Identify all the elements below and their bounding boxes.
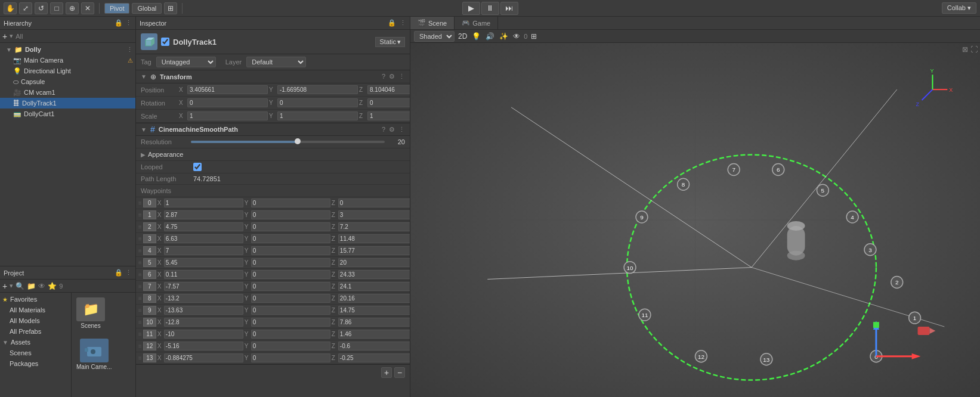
hierarchy-item-dollytrack[interactable]: 🛤 DollyTrack1 [0, 98, 135, 108]
waypoint-x-input-7[interactable] [164, 282, 243, 291]
waypoint-y-input-0[interactable] [251, 199, 330, 207]
resolution-slider[interactable] [191, 141, 385, 143]
project-folder-icon[interactable]: 📁 [27, 282, 36, 290]
more-icon[interactable]: ⋮ [125, 19, 132, 27]
tag-select[interactable]: Untagged [156, 57, 216, 67]
add-waypoint-button[interactable]: + [381, 367, 392, 378]
scene-view[interactable]: 0 1 2 3 4 5 6 [410, 43, 980, 397]
waypoint-z-input-0[interactable] [338, 199, 410, 207]
static-button[interactable]: Static ▾ [375, 37, 405, 47]
waypoint-y-input-5[interactable] [251, 258, 330, 267]
toolbar-rect-btn[interactable]: ⊕ [66, 2, 79, 14]
waypoint-x-input-1[interactable] [164, 210, 243, 219]
global-button[interactable]: Global [132, 3, 162, 14]
main-camera-asset[interactable]: Main Came... [76, 339, 112, 370]
waypoint-z-input-8[interactable] [338, 294, 410, 303]
scale-y-input[interactable] [277, 111, 358, 120]
scale-z-input[interactable] [367, 111, 410, 120]
waypoint-x-input-11[interactable] [164, 330, 243, 339]
lock-icon[interactable]: 🔒 [115, 19, 123, 27]
waypoint-drag-handle-10[interactable]: ≡ [138, 319, 142, 325]
hierarchy-item-dollycart[interactable]: 🚃 DollyCart1 [0, 108, 135, 119]
game-tab[interactable]: 🎮 Game [455, 17, 498, 29]
transform-help-icon[interactable]: ? [382, 73, 385, 80]
pause-button[interactable]: ⏸ [481, 2, 499, 15]
waypoint-z-input-3[interactable] [338, 234, 410, 243]
project-tree-assets[interactable]: ▼ Assets [0, 337, 71, 348]
waypoint-drag-handle-2[interactable]: ≡ [138, 224, 142, 230]
waypoint-y-input-3[interactable] [251, 234, 330, 243]
waypoint-z-input-13[interactable] [338, 353, 410, 362]
project-more-icon[interactable]: ⋮ [125, 269, 132, 277]
audio-btn[interactable]: 🔊 [484, 32, 496, 41]
cine-help-icon[interactable]: ? [382, 126, 385, 134]
waypoint-z-input-12[interactable] [338, 342, 410, 351]
lighting-btn[interactable]: 💡 [471, 32, 482, 41]
waypoint-y-input-8[interactable] [251, 294, 330, 303]
project-tree-all-models[interactable]: All Models [0, 315, 71, 326]
waypoint-drag-handle-0[interactable]: ≡ [138, 200, 142, 206]
waypoint-z-input-11[interactable] [338, 330, 410, 339]
position-z-input[interactable] [367, 85, 410, 94]
hierarchy-item-dir-light[interactable]: 💡 Directional Light [0, 66, 135, 76]
appearance-row[interactable]: ▶ Appearance [136, 148, 410, 161]
waypoint-drag-handle-13[interactable]: ≡ [138, 355, 142, 361]
waypoint-y-input-13[interactable] [251, 353, 330, 362]
waypoint-z-input-6[interactable] [338, 270, 410, 279]
waypoint-drag-handle-6[interactable]: ≡ [138, 271, 142, 278]
waypoint-x-input-2[interactable] [164, 222, 243, 231]
waypoint-x-input-12[interactable] [164, 342, 243, 351]
waypoint-y-input-6[interactable] [251, 270, 330, 279]
waypoint-y-input-2[interactable] [251, 222, 330, 231]
transform-settings-icon[interactable]: ⚙ [389, 73, 395, 80]
transform-expand-arrow[interactable]: ▼ [141, 73, 147, 80]
waypoint-drag-handle-8[interactable]: ≡ [138, 295, 142, 302]
rotation-y-input[interactable] [277, 98, 358, 107]
waypoint-y-input-9[interactable] [251, 306, 330, 315]
project-star-icon[interactable]: ⭐ [48, 282, 57, 290]
waypoint-y-input-7[interactable] [251, 282, 330, 291]
waypoint-drag-handle-5[interactable]: ≡ [138, 259, 142, 266]
cine-more-icon[interactable]: ⋮ [398, 126, 405, 134]
grid-icon-btn[interactable]: ⊞ [164, 2, 177, 14]
waypoint-drag-handle-3[interactable]: ≡ [138, 235, 142, 242]
object-active-checkbox[interactable] [161, 38, 169, 46]
shaded-select[interactable]: Shaded [414, 31, 455, 42]
hierarchy-item-capsule[interactable]: ⬭ Capsule [0, 76, 135, 87]
waypoint-drag-handle-12[interactable]: ≡ [138, 343, 142, 349]
project-search-icon[interactable]: 🔍 [16, 282, 24, 290]
scenes-folder[interactable]: 📁 Scenes [76, 297, 105, 329]
toolbar-move-btn[interactable]: ⤢ [19, 2, 32, 14]
position-x-input[interactable] [187, 85, 268, 94]
toolbar-rotate-btn[interactable]: ↺ [35, 2, 48, 14]
waypoint-z-input-2[interactable] [338, 222, 410, 231]
waypoint-z-input-1[interactable] [338, 210, 410, 219]
project-tree-all-materials[interactable]: All Materials [0, 305, 71, 315]
dolly-expand-arrow[interactable]: ▼ [6, 46, 12, 53]
rotation-x-input[interactable] [187, 98, 268, 107]
cine-settings-icon[interactable]: ⚙ [389, 126, 395, 134]
toolbar-transform-btn[interactable]: ✕ [81, 2, 94, 14]
project-eye-icon[interactable]: 👁 [38, 282, 45, 290]
project-add-icon[interactable]: + [2, 281, 7, 291]
resolution-slider-thumb[interactable] [295, 138, 301, 144]
waypoint-z-input-9[interactable] [338, 306, 410, 315]
waypoint-drag-handle-7[interactable]: ≡ [138, 283, 142, 290]
project-tree-packages[interactable]: Packages [0, 358, 71, 369]
waypoint-x-input-5[interactable] [164, 258, 243, 267]
looped-checkbox[interactable] [193, 163, 202, 171]
hidden-btn[interactable]: 👁 [512, 32, 521, 41]
scale-x-input[interactable] [187, 111, 268, 120]
hierarchy-item-vcam[interactable]: 🎥 CM vcam1 [0, 87, 135, 98]
waypoint-x-input-13[interactable] [164, 353, 243, 362]
layer-select[interactable]: Default [246, 57, 306, 67]
waypoint-drag-handle-1[interactable]: ≡ [138, 212, 142, 218]
waypoint-z-input-4[interactable] [338, 246, 410, 255]
waypoint-x-input-8[interactable] [164, 294, 243, 303]
waypoint-y-input-11[interactable] [251, 330, 330, 339]
waypoint-x-input-10[interactable] [164, 318, 243, 327]
waypoint-z-input-10[interactable] [338, 318, 410, 327]
waypoint-drag-handle-9[interactable]: ≡ [138, 307, 142, 314]
project-lock-icon[interactable]: 🔒 [115, 269, 123, 277]
inspector-more-icon[interactable]: ⋮ [400, 19, 406, 27]
